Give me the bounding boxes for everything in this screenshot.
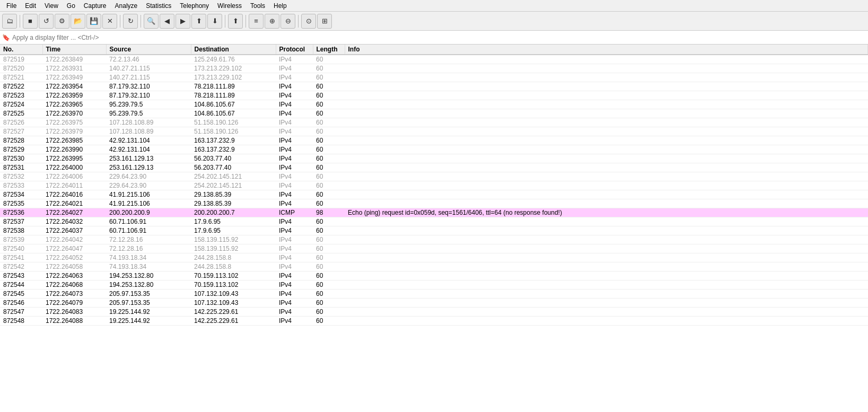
open-file-icon[interactable]: 📂 <box>71 14 85 29</box>
table-row[interactable]: 8725391722.26404272.12.28.16158.139.115.… <box>0 235 868 244</box>
zoom-reset-icon[interactable]: ⊙ <box>301 14 316 29</box>
col-header-protocol[interactable]: Protocol <box>276 45 313 55</box>
find-icon[interactable]: 🔍 <box>144 14 159 29</box>
table-row[interactable]: 8725231722.26395987.179.32.11078.218.111… <box>0 91 868 100</box>
cell-time: 1722.263931 <box>42 64 106 73</box>
jump-icon[interactable]: ⬆ <box>191 14 206 29</box>
table-row[interactable]: 8725441722.264068194.253.132.8070.159.11… <box>0 280 868 290</box>
jump-down-icon[interactable]: ⬇ <box>207 14 222 29</box>
menu-item-go[interactable]: Go <box>63 1 80 11</box>
packet-list: No. Time Source Destination Protocol Len… <box>0 45 868 412</box>
save-icon[interactable]: 💾 <box>86 14 101 29</box>
table-row[interactable]: 8725451722.264073205.97.153.35107.132.10… <box>0 290 868 299</box>
table-row[interactable]: 8725211722.263949140.27.21.115173.213.22… <box>0 73 868 82</box>
menu-item-view[interactable]: View <box>40 1 63 11</box>
toolbar-separator <box>298 15 299 28</box>
table-row[interactable]: 8725191722.26384972.2.13.46125.249.61.76… <box>0 55 868 64</box>
cell-length: 60 <box>313 253 345 262</box>
table-row[interactable]: 8725401722.26404772.12.28.16158.139.115.… <box>0 244 868 253</box>
col-header-destination[interactable]: Destination <box>191 45 276 55</box>
menu-item-wireless[interactable]: Wireless <box>213 1 246 11</box>
table-row[interactable]: 8725251722.26397095.239.79.5104.86.105.6… <box>0 109 868 118</box>
table-row[interactable]: 8725351722.26402141.91.215.10629.138.85.… <box>0 199 868 208</box>
next-icon[interactable]: ▶ <box>176 14 190 29</box>
toolbar-separator <box>225 15 225 28</box>
cell-time: 1722.263975 <box>42 118 106 127</box>
menu-item-statistics[interactable]: Statistics <box>142 1 176 11</box>
zoom-out-icon[interactable]: ⊖ <box>280 14 295 29</box>
table-row[interactable]: 8725281722.26398542.92.131.104163.137.23… <box>0 136 868 145</box>
table-row[interactable]: 8725261722.263975107.128.108.8951.158.19… <box>0 118 868 127</box>
cell-destination: 158.139.115.92 <box>191 235 276 244</box>
filterbar: 🔖 <box>0 31 868 45</box>
menu-item-capture[interactable]: Capture <box>80 1 111 11</box>
cell-time: 1722.264006 <box>42 172 106 181</box>
cell-time: 1722.263990 <box>42 145 106 154</box>
restart-icon[interactable]: ↺ <box>39 14 54 29</box>
cell-info <box>345 280 868 290</box>
open-icon[interactable]: 🗂 <box>2 14 17 29</box>
options-icon[interactable]: ⚙ <box>55 14 69 29</box>
table-row[interactable]: 8725471722.26408319.225.144.92142.225.22… <box>0 308 868 317</box>
filter-icon: 🔖 <box>2 34 10 41</box>
table-row[interactable]: 8725361722.264027200.200.200.9200.200.20… <box>0 208 868 217</box>
table-row[interactable]: 8725321722.264006229.64.23.90254.202.145… <box>0 172 868 181</box>
columns-icon[interactable]: ⊞ <box>317 14 332 29</box>
cell-source: 140.27.21.115 <box>106 64 191 73</box>
col-header-info[interactable]: Info <box>345 45 868 55</box>
cell-info <box>345 73 868 82</box>
table-row[interactable]: 8725341722.26401641.91.215.10629.138.85.… <box>0 190 868 199</box>
cell-source: 42.92.131.104 <box>106 145 191 154</box>
menu-item-edit[interactable]: Edit <box>21 1 40 11</box>
table-row[interactable]: 8725461722.264079205.97.153.35107.132.10… <box>0 299 868 308</box>
cell-info <box>345 181 868 190</box>
table-row[interactable]: 8725381722.26403760.71.106.9117.9.6.95IP… <box>0 226 868 235</box>
table-row[interactable]: 8725431722.264063194.253.132.8070.159.11… <box>0 271 868 280</box>
cell-protocol: IPv4 <box>276 91 313 100</box>
col-header-length[interactable]: Length <box>313 45 345 55</box>
cell-destination: 29.138.85.39 <box>191 199 276 208</box>
table-row[interactable]: 8725411722.26405274.193.18.34244.28.158.… <box>0 253 868 262</box>
cell-destination: 56.203.77.40 <box>191 154 276 163</box>
zoom-in-icon[interactable]: ⊕ <box>265 14 279 29</box>
cell-protocol: IPv4 <box>276 172 313 181</box>
toolbar-separator <box>141 15 141 28</box>
export-icon[interactable]: ⬆ <box>228 14 243 29</box>
table-row[interactable]: 8725271722.263979107.128.108.8951.158.19… <box>0 127 868 136</box>
table-row[interactable]: 8725241722.26396595.239.79.5104.86.105.6… <box>0 100 868 109</box>
cell-source: 194.253.132.80 <box>106 271 191 280</box>
table-row[interactable]: 8725221722.26395487.179.32.11078.218.111… <box>0 82 868 91</box>
table-row[interactable]: 8725331722.264011229.64.23.90254.202.145… <box>0 181 868 190</box>
toggle-icon[interactable]: ≡ <box>249 14 264 29</box>
menu-item-telephony[interactable]: Telephony <box>176 1 213 11</box>
menu-item-tools[interactable]: Tools <box>246 1 269 11</box>
table-row[interactable]: 8725291722.26399042.92.131.104163.137.23… <box>0 145 868 154</box>
close-icon[interactable]: ✕ <box>102 14 117 29</box>
table-row[interactable]: 8725301722.263995253.161.129.1356.203.77… <box>0 154 868 163</box>
cell-protocol: IPv4 <box>276 73 313 82</box>
table-row[interactable]: 8725201722.263931140.27.21.115173.213.22… <box>0 64 868 73</box>
prev-icon[interactable]: ◀ <box>160 14 174 29</box>
filter-input[interactable] <box>12 34 866 41</box>
table-row[interactable]: 8725481722.26408819.225.144.92142.225.22… <box>0 317 868 326</box>
cell-time: 1722.264037 <box>42 226 106 235</box>
col-header-time[interactable]: Time <box>42 45 106 55</box>
cell-length: 60 <box>313 299 345 308</box>
cell-protocol: IPv4 <box>276 217 313 226</box>
cell-protocol: IPv4 <box>276 127 313 136</box>
table-row[interactable]: 8725421722.26405874.193.18.34244.28.158.… <box>0 262 868 271</box>
col-header-source[interactable]: Source <box>106 45 191 55</box>
table-row[interactable]: 8725311722.264000253.161.129.1356.203.77… <box>0 163 868 172</box>
menu-item-analyze[interactable]: Analyze <box>111 1 142 11</box>
cell-length: 60 <box>313 181 345 190</box>
cell-destination: 142.225.229.61 <box>191 308 276 317</box>
menu-item-help[interactable]: Help <box>269 1 291 11</box>
cell-length: 60 <box>313 118 345 127</box>
stop-icon[interactable]: ■ <box>23 14 38 29</box>
reload-icon[interactable]: ↻ <box>123 14 138 29</box>
menu-item-file[interactable]: File <box>2 1 21 11</box>
menubar: FileEditViewGoCaptureAnalyzeStatisticsTe… <box>0 0 868 12</box>
cell-source: 205.97.153.35 <box>106 299 191 308</box>
col-header-no[interactable]: No. <box>0 45 42 55</box>
table-row[interactable]: 8725371722.26403260.71.106.9117.9.6.95IP… <box>0 217 868 226</box>
